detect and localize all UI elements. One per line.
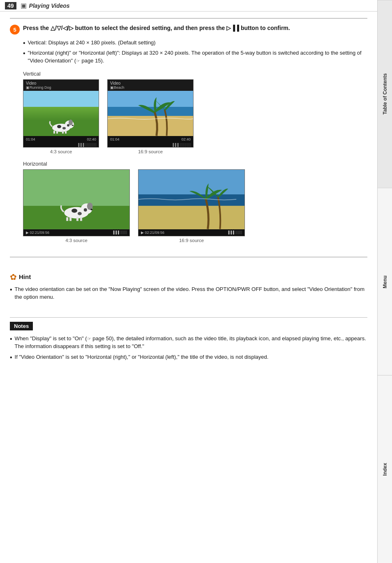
horiz-169-timebar: ▶ 02:21/09:56 xyxy=(141,231,164,235)
right-sidebar: Table of Contents Menu Index xyxy=(377,0,392,563)
dog-scene-bg xyxy=(23,91,99,136)
notes-body: • When "Display" is set to "On" (☞ page … xyxy=(10,335,367,361)
divider xyxy=(10,317,367,318)
hint-title: Hint xyxy=(19,273,31,280)
bullet-2: • "Horizontal (right)" or "Horizontal (l… xyxy=(23,49,367,65)
vertical-label: Vertical xyxy=(23,71,367,77)
step-header: 5 Press the △/▽/◁/▷ button to select the… xyxy=(10,24,367,35)
notes-dot-2: • xyxy=(10,354,12,361)
svg-point-17 xyxy=(78,212,82,215)
vertical-image-row: Video ▣Running Dog xyxy=(23,79,367,154)
notes-section: Notes • When "Display" is set to "On" (☞… xyxy=(10,322,367,361)
step-5-section: 5 Press the △/▽/◁/▷ button to select the… xyxy=(10,18,367,257)
horiz-43-item: ▶ 02:21/09:56 ▐▐▐ ░░░ 4:3 source xyxy=(23,169,130,243)
hint-body: • The video orientation can be set on th… xyxy=(10,285,367,301)
screen-43-footer: 01:04 02:40 xyxy=(23,136,99,143)
video-label-43: Video xyxy=(26,81,96,85)
svg-rect-9 xyxy=(62,131,64,134)
svg-point-4 xyxy=(62,127,66,129)
caption-169-horiz: 16:9 source xyxy=(179,238,204,243)
horiz-43-footer: ▶ 02:21/09:56 ▐▐▐ ░░░ xyxy=(23,229,129,236)
screen-43-header: Video ▣Running Dog xyxy=(23,80,99,91)
horiz-169-footer: ▶ 02:21/09:56 ▐▐▐ ░░░ xyxy=(138,229,244,236)
caption-43-horiz: 4:3 source xyxy=(65,238,88,243)
page-title: Playing Videos xyxy=(29,2,70,9)
bullet-1: • Vertical: Displays at 240 × 180 pixels… xyxy=(23,39,367,47)
svg-point-18 xyxy=(84,208,87,211)
svg-point-5 xyxy=(67,124,69,127)
svg-rect-7 xyxy=(53,131,55,134)
film-strip-icon: ▣ xyxy=(21,2,27,9)
svg-rect-22 xyxy=(76,217,78,221)
horizontal-label: Horizontal xyxy=(23,161,367,167)
playbar-43: ▐▐▐ ░░░░░ xyxy=(77,143,97,147)
step-body: • Vertical: Displays at 240 × 180 pixels… xyxy=(23,39,367,65)
notes-text-2: If "Video Orientation" is set to "Horizo… xyxy=(15,353,367,361)
hint-bullet-dot: • xyxy=(10,286,12,293)
running-dog-label: ▣Running Dog xyxy=(26,85,96,90)
caption-43-vertical: 4:3 source xyxy=(50,149,72,154)
horiz-169-img xyxy=(138,170,244,229)
time-left-43: 01:04 xyxy=(26,137,35,141)
sidebar-tab-menu[interactable]: Menu xyxy=(378,188,392,376)
sidebar-tab-contents[interactable]: Table of Contents xyxy=(378,0,392,188)
screen-169-header: Video ▣Beach xyxy=(108,80,193,91)
main-content: 5 Press the △/▽/◁/▷ button to select the… xyxy=(0,12,377,379)
notes-header: Notes xyxy=(10,322,33,330)
vertical-43-screen: Video ▣Running Dog xyxy=(23,79,99,148)
palm-svg xyxy=(108,91,193,136)
dog-svg xyxy=(47,115,76,134)
screen-169-footer: 01:04 02:40 xyxy=(108,136,193,143)
bullet-text-2: "Horizontal (right)" or "Horizontal (lef… xyxy=(28,49,367,65)
beach-scene-bg xyxy=(108,91,193,136)
svg-rect-23 xyxy=(80,217,82,221)
bullet-text-1: Vertical: Displays at 240 × 180 pixels. … xyxy=(28,39,367,47)
beach-label: ▣Beach xyxy=(110,85,191,90)
svg-point-6 xyxy=(72,125,74,126)
video-label-169: Video xyxy=(110,81,191,85)
dog-horiz-svg xyxy=(23,170,129,229)
svg-rect-8 xyxy=(56,131,58,134)
hint-section: ✿ Hint • The video orientation can be se… xyxy=(10,265,367,309)
svg-point-19 xyxy=(90,208,92,210)
page-number: 49 xyxy=(5,2,16,9)
top-bar: 49 ▣ Playing Videos xyxy=(0,0,392,12)
horizontal-image-row: ▶ 02:21/09:56 ▐▐▐ ░░░ 4:3 source xyxy=(23,169,367,243)
horiz-169-item: ▶ 02:21/09:56 ▐▐▐ ░░░ 16:9 source xyxy=(138,169,245,243)
step-title: Press the △/▽/◁/▷ button to select the d… xyxy=(23,24,290,32)
bullet-dot-2: • xyxy=(23,50,25,57)
svg-point-2 xyxy=(69,120,73,125)
svg-rect-20 xyxy=(66,217,68,221)
horiz-43-img xyxy=(23,170,129,229)
time-left-169: 01:04 xyxy=(110,137,120,141)
beach-horiz-bg xyxy=(138,170,244,229)
notes-dot-1: • xyxy=(10,336,12,342)
hint-bullet-text: The video orientation can be set on the … xyxy=(15,285,367,301)
hint-icon: ✿ xyxy=(10,272,17,282)
horiz-169-battery: ▐▐▐ ░░░ xyxy=(227,231,242,235)
dog-horiz-bg xyxy=(23,170,129,229)
svg-rect-10 xyxy=(65,131,67,134)
hint-bullet: • The video orientation can be set on th… xyxy=(10,285,367,301)
step-circle: 5 xyxy=(10,25,20,35)
horiz-43-screen: ▶ 02:21/09:56 ▐▐▐ ░░░ xyxy=(23,169,130,236)
screen-169-img xyxy=(108,91,193,136)
svg-rect-24 xyxy=(138,170,244,194)
notes-bullet-1: • When "Display" is set to "On" (☞ page … xyxy=(10,335,367,351)
horiz-43-timebar: ▶ 02:21/09:56 xyxy=(26,231,49,235)
caption-169-vertical: 16:9 source xyxy=(138,149,163,154)
svg-point-3 xyxy=(57,125,61,128)
beach-horiz-svg xyxy=(138,170,244,229)
vertical-169-screen: Video ▣Beach xyxy=(107,79,194,148)
svg-rect-26 xyxy=(138,205,244,229)
hint-header: ✿ Hint xyxy=(10,272,367,282)
playbar-169: ▐▐▐ ░░░░░ xyxy=(171,143,191,147)
vertical-43-item: Video ▣Running Dog xyxy=(23,79,99,154)
bullet-dot-1: • xyxy=(23,40,25,46)
svg-rect-21 xyxy=(69,217,71,221)
time-right-43: 02:40 xyxy=(87,137,96,141)
notes-text-1: When "Display" is set to "On" (☞ page 50… xyxy=(15,335,367,351)
horiz-169-screen: ▶ 02:21/09:56 ▐▐▐ ░░░ xyxy=(138,169,245,236)
sidebar-tab-index[interactable]: Index xyxy=(378,375,392,563)
vertical-169-item: Video ▣Beach xyxy=(107,79,194,154)
